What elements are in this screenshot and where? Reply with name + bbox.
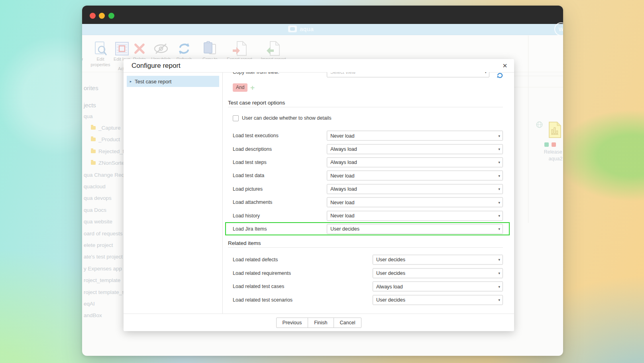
copy-to-icon [197, 41, 223, 57]
dropdown-caret-icon: ▾ [498, 298, 500, 302]
load-jira-items-dropdown[interactable]: User decides▾ [327, 224, 503, 234]
load-related-defects-dropdown[interactable]: User decides▾ [373, 254, 503, 264]
previous-button[interactable]: Previous [276, 318, 308, 328]
dropdown-caret-icon: ▾ [498, 160, 500, 164]
dropdown-value: Always load [330, 160, 357, 165]
folder-icon [91, 161, 96, 165]
sidebar-item-label: qua Docs [84, 207, 106, 213]
dropdown-caret-icon: ▾ [498, 284, 500, 288]
load-related-test-cases-dropdown[interactable]: Always load▾ [373, 282, 503, 292]
show-details-checkbox-label: User can decide whether to show details [242, 115, 331, 121]
toolbar-button-label: Edit properties [89, 57, 112, 68]
cancel-button[interactable]: Cancel [334, 318, 362, 328]
folder-icon [91, 150, 96, 153]
dropdown-caret-icon: ▾ [498, 147, 500, 151]
sidebar-item-label: qua website [84, 219, 112, 225]
load-related-requirements-dropdown[interactable]: User decides▾ [373, 268, 503, 278]
aqua-logo-text: aqua [300, 26, 314, 32]
dropdown-placeholder: Select view [330, 72, 355, 75]
option-label: Load Jira Items [233, 226, 267, 232]
toolbar-partial-label: w [82, 57, 83, 61]
load-option-row: Load Jira ItemsUser decides▾ [225, 222, 510, 235]
dropdown-caret-icon: ▾ [498, 227, 500, 231]
user-avatar[interactable]: W [554, 22, 563, 36]
load-attachments-dropdown[interactable]: Never load▾ [327, 197, 503, 207]
option-label: Load related test cases [233, 284, 284, 289]
sidebar-item-label: y Expenses app [84, 266, 122, 272]
load-option-row: Load test stepsAlways load▾ [225, 156, 510, 169]
show-details-checkbox[interactable] [233, 115, 239, 121]
background-panel-divider [528, 36, 528, 223]
load-test-executions-dropdown[interactable]: Never load▾ [327, 131, 503, 141]
option-label: Load related requirements [233, 270, 291, 276]
edit-mini-icon[interactable] [544, 142, 549, 147]
load-history-dropdown[interactable]: Never load▾ [327, 211, 503, 221]
sidebar-item-label: _Product [98, 136, 120, 142]
load-related-test-scenarios-dropdown[interactable]: User decides▾ [373, 295, 503, 305]
delete-mini-icon[interactable] [552, 142, 556, 147]
option-label: Load related defects [233, 257, 278, 262]
dropdown-caret-icon: ▾ [498, 214, 500, 218]
sidebar-item-label: _Capture [98, 125, 121, 131]
dropdown-caret-icon: ▾ [498, 200, 500, 204]
option-label: Load test steps [233, 160, 267, 165]
background-grid-line [514, 87, 563, 87]
sidebar-item-label: qua Change Requ [84, 172, 128, 178]
finish-button[interactable]: Finish [308, 318, 334, 328]
sidebar-item-label: ate's test project [84, 254, 123, 260]
close-traffic-light[interactable] [90, 13, 96, 19]
refresh-filter-icon[interactable] [497, 72, 503, 80]
load-option-row: Load historyNever load▾ [225, 209, 510, 222]
load-test-data-dropdown[interactable]: Never load▾ [327, 171, 503, 181]
add-filter-icon[interactable]: + [250, 83, 255, 92]
sidebar-item-label: elete project [84, 242, 113, 248]
dropdown-value: Never load [330, 133, 354, 138]
export-report-icon [227, 41, 252, 57]
nav-item-test-case-report[interactable]: ▸ Test case report [127, 76, 219, 87]
and-filter-chip[interactable]: And [233, 83, 247, 92]
dropdown-caret-icon: ▾ [498, 258, 500, 262]
sidebar-item-label: orites [84, 85, 98, 91]
import-report-icon [261, 41, 286, 57]
dialog-title: Configure report [132, 62, 181, 70]
related-section-heading: Related items [228, 240, 261, 246]
report-file-icon[interactable] [549, 122, 561, 140]
expander-arrow-icon[interactable]: ▸ [127, 79, 135, 83]
options-section-divider [228, 107, 503, 107]
option-label: Load related test scenarios [233, 297, 293, 303]
zoom-traffic-light[interactable] [108, 13, 114, 19]
close-icon[interactable]: ✕ [501, 62, 509, 70]
report-file-name-line2: aqua2 [532, 156, 563, 162]
option-label: Load test executions [233, 133, 279, 138]
refresh-icon [171, 41, 197, 57]
configure-report-dialog: Configure report ✕ ▸ Test case report Co… [124, 59, 514, 331]
dropdown-caret-icon: ▾ [498, 134, 500, 138]
folder-icon [91, 138, 96, 141]
dropdown-value: Never load [330, 199, 354, 205]
dropdown-caret-icon: ▾ [498, 174, 500, 178]
sidebar-item-label: quacloud [84, 183, 106, 189]
related-option-row: Load related test casesAlways load▾ [225, 280, 510, 293]
report-file-name-line1: Release N [532, 149, 563, 155]
load-option-row: Load attachmentsNever load▾ [225, 196, 510, 209]
dropdown-caret-icon: ▾ [498, 187, 500, 191]
load-descriptions-dropdown[interactable]: Always load▾ [327, 144, 503, 154]
related-option-row: Load related test scenariosUser decides▾ [225, 293, 510, 306]
sidebar-item-label: andBox [84, 312, 102, 318]
dropdown-value: Always load [330, 146, 357, 152]
related-option-row: Load related defectsUser decides▾ [225, 253, 510, 266]
sidebar-item-label: qua [84, 113, 93, 119]
load-option-row: Load test executionsNever load▾ [225, 129, 510, 142]
dropdown-value: User decides [330, 226, 359, 232]
load-test-steps-dropdown[interactable]: Always load▾ [327, 157, 503, 167]
load-option-row: Load picturesAlways load▾ [225, 182, 510, 195]
dropdown-value: User decides [376, 297, 405, 303]
related-section-divider [228, 247, 503, 248]
dropdown-value: User decides [376, 270, 405, 276]
load-pictures-dropdown[interactable]: Always load▾ [327, 184, 503, 194]
copy-filter-view-dropdown[interactable]: Select view ▾ [327, 72, 489, 77]
sidebar-item-label: eqAI [84, 301, 95, 307]
option-label: Load pictures [233, 186, 263, 192]
sidebar-item-label: roject template_s [84, 289, 125, 295]
minimize-traffic-light[interactable] [99, 13, 105, 19]
